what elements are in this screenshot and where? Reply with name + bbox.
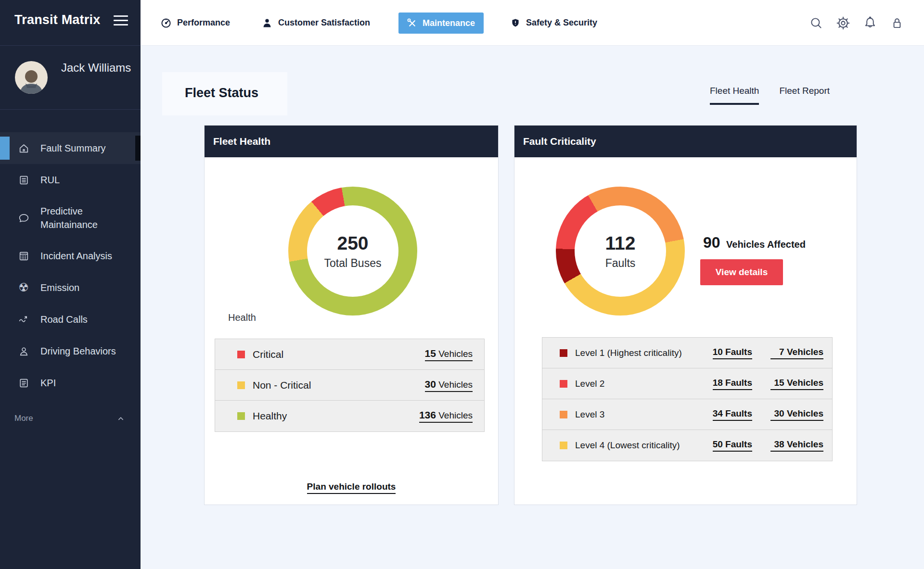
tab-label: Safety & Security <box>526 18 597 28</box>
sidebar-item-predictive-maintainance[interactable]: Predictive Maintainance <box>0 196 141 240</box>
level4-color-swatch <box>560 442 567 449</box>
noncritical-color-swatch <box>237 381 245 389</box>
sidebar-item-label: Emission <box>40 281 129 294</box>
row-label: Non - Critical <box>253 379 311 391</box>
level2-vehicles-link[interactable]: 15 Vehicles <box>770 378 823 390</box>
notifications-icon[interactable] <box>862 15 878 31</box>
noncritical-vehicles-link[interactable]: 30 Vehicles <box>425 379 473 392</box>
fleet-tabs: Fleet Health Fleet Report <box>710 86 830 105</box>
faults-value: 112 <box>605 233 636 254</box>
active-indicator <box>0 137 10 160</box>
row-label: Level 1 (Highest criticality) <box>575 348 682 358</box>
health-table: Critical 15 Vehicles Non - Critical 30 V… <box>215 339 485 432</box>
sidebar-item-label: KPI <box>40 376 129 390</box>
vehicles-affected-label: Vehicles Affected <box>726 239 806 250</box>
tab-fleet-report[interactable]: Fleet Report <box>779 86 830 105</box>
table-row: Non - Critical 30 Vehicles <box>215 370 484 401</box>
level1-vehicles-link[interactable]: 7 Vehicles <box>770 347 823 359</box>
fleet-health-donut-chart: 250 Total Buses <box>288 187 417 316</box>
shield-icon <box>510 17 521 29</box>
gauge-icon <box>160 17 172 29</box>
sidebar-item-rul[interactable]: RUL <box>0 164 141 196</box>
card-title: Fault Criticality <box>523 136 596 147</box>
view-details-button[interactable]: View details <box>700 259 783 285</box>
level1-faults-link[interactable]: 10 Faults <box>713 347 752 359</box>
healthy-color-swatch <box>237 412 245 420</box>
sidebar-item-fault-summary[interactable]: Fault Summary <box>0 132 141 164</box>
radiation-icon: ☢︎ <box>17 281 30 294</box>
fleet-health-card: Fleet Health 250 Total Buses Health Crit… <box>204 125 499 505</box>
total-buses-value: 250 <box>337 233 368 254</box>
user-icon <box>261 17 273 29</box>
table-row: Level 3 34 Faults 30 Vehicles <box>542 399 832 430</box>
sidebar-item-road-calls[interactable]: Road Calls <box>0 303 141 335</box>
level4-vehicles-link[interactable]: 38 Vehicles <box>770 439 823 452</box>
user-name: Jack Williams <box>61 60 133 76</box>
level3-vehicles-link[interactable]: 30 Vehicles <box>770 408 823 421</box>
fault-criticality-donut-chart: 112 Faults <box>556 187 685 316</box>
tab-maintenance[interactable]: Maintenance <box>398 13 484 34</box>
grid-icon <box>17 250 30 262</box>
hamburger-menu-icon[interactable] <box>114 15 128 27</box>
donut-center: 250 Total Buses <box>307 205 398 297</box>
table-row: Level 1 (Highest criticality) 10 Faults … <box>542 338 832 368</box>
tab-customer-satisfaction[interactable]: Customer Satisfaction <box>261 0 370 46</box>
sidebar-item-label: Road Calls <box>40 313 129 326</box>
sidebar-item-label: Incident Analysis <box>40 249 129 263</box>
sidebar-item-driving-behaviors[interactable]: Driving Behaviors <box>0 335 141 367</box>
row-label: Level 2 <box>575 379 604 389</box>
document-icon <box>17 377 30 389</box>
row-label: Level 3 <box>575 409 604 420</box>
level2-faults-link[interactable]: 18 Faults <box>713 378 752 390</box>
home-icon <box>17 142 30 154</box>
sidebar-header: Transit Matrix <box>0 0 141 46</box>
card-title: Fleet Health <box>213 136 270 147</box>
level3-color-swatch <box>560 411 567 418</box>
document-icon <box>17 174 30 186</box>
donut-center: 112 Faults <box>575 205 666 297</box>
tab-label: Maintenance <box>423 18 475 28</box>
level4-faults-link[interactable]: 50 Faults <box>713 439 752 452</box>
row-label: Critical <box>253 349 283 360</box>
sidebar-item-label: Predictive Maintainance <box>40 204 129 231</box>
criticality-table: Level 1 (Highest criticality) 10 Faults … <box>542 337 833 461</box>
faults-label: Faults <box>605 257 636 270</box>
table-row: Healthy 136 Vehicles <box>215 401 484 431</box>
page-title-block: Fleet Status <box>162 72 287 115</box>
sidebar-more-toggle[interactable]: More <box>0 406 141 430</box>
tab-label: Performance <box>177 18 230 28</box>
level2-color-swatch <box>560 380 567 388</box>
lock-icon[interactable] <box>889 15 905 31</box>
settings-icon[interactable] <box>835 15 851 31</box>
plan-rollouts-wrap: Plan vehicle rollouts <box>205 481 498 492</box>
vehicles-affected-value: 90 <box>703 234 720 251</box>
table-row: Level 4 (Lowest criticality) 50 Faults 3… <box>542 430 832 461</box>
tab-fleet-health[interactable]: Fleet Health <box>710 86 759 105</box>
sidebar-item-incident-analysis[interactable]: Incident Analysis <box>0 240 141 272</box>
healthy-vehicles-link[interactable]: 136 Vehicles <box>419 409 473 423</box>
plan-vehicle-rollouts-link[interactable]: Plan vehicle rollouts <box>307 481 396 494</box>
sidebar-nav: Fault Summary RUL Predictive Maintainan <box>0 132 141 399</box>
trend-icon <box>17 313 30 326</box>
sidebar-item-emission[interactable]: ☢︎ Emission <box>0 272 141 303</box>
sidebar-item-kpi[interactable]: KPI <box>0 367 141 399</box>
user-profile[interactable]: Jack Williams <box>0 46 141 110</box>
person-icon <box>17 345 30 357</box>
search-icon[interactable] <box>808 15 824 31</box>
row-label: Level 4 (Lowest criticality) <box>575 440 680 451</box>
top-navigation: Performance Customer Satisfaction Mainte… <box>141 0 924 46</box>
tools-icon <box>407 18 417 28</box>
critical-vehicles-link[interactable]: 15 Vehicles <box>425 348 473 361</box>
sidebar: Transit Matrix Jack Williams <box>0 0 141 569</box>
table-row: Level 2 18 Faults 15 Vehicles <box>542 368 832 399</box>
avatar <box>15 61 48 94</box>
fault-criticality-card: Fault Criticality 112 Faults 90 Vehicles… <box>514 125 857 505</box>
tab-performance[interactable]: Performance <box>160 0 230 46</box>
vehicles-affected: 90 Vehicles Affected <box>703 234 806 252</box>
tab-safety-security[interactable]: Safety & Security <box>510 0 597 46</box>
card-header: Fault Criticality <box>514 126 857 157</box>
level3-faults-link[interactable]: 34 Faults <box>713 408 752 421</box>
app-logo: Transit Matrix <box>14 13 100 27</box>
level1-color-swatch <box>560 349 567 357</box>
sidebar-scrollbar[interactable] <box>135 136 141 161</box>
